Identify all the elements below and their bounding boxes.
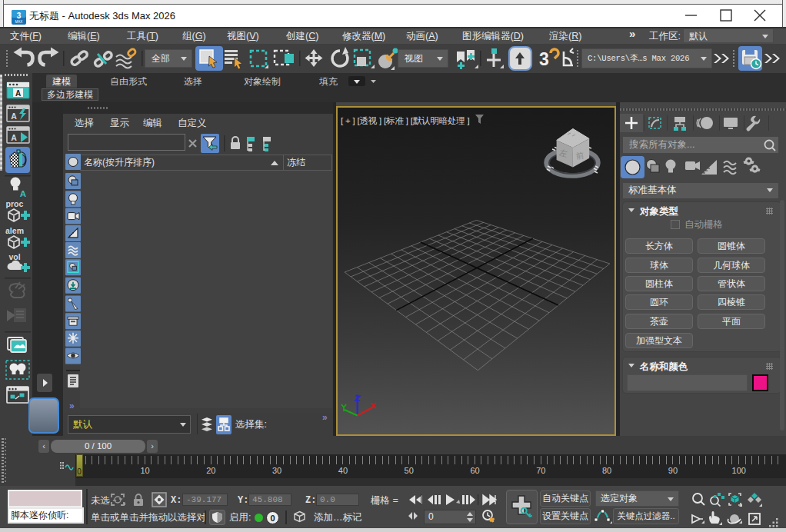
svg-text:vol: vol: [8, 252, 20, 261]
svg-text:前: 前: [575, 150, 585, 161]
svg-text:A: A: [15, 89, 21, 98]
svg-text:A: A: [20, 189, 26, 198]
svg-text:proc: proc: [6, 199, 24, 208]
svg-text:3: 3: [539, 49, 549, 69]
svg-text:MAX: MAX: [15, 20, 23, 24]
svg-text:alem: alem: [5, 226, 24, 235]
svg-text:3: 3: [17, 12, 22, 20]
svg-text:A: A: [11, 111, 17, 121]
svg-text:A: A: [11, 133, 17, 142]
